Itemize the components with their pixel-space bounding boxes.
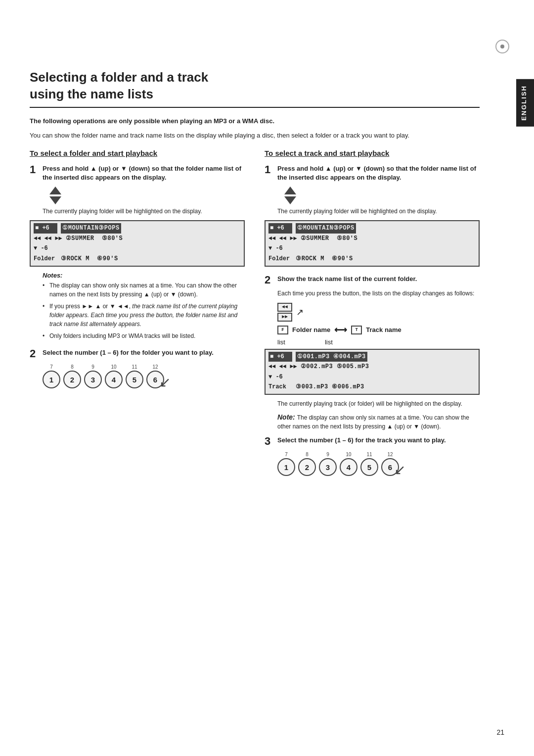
main-title: Selecting a folder and a track using the… [30, 69, 480, 108]
page-number: 21 [496, 728, 504, 736]
right-column: To select a track and start playback 1 P… [265, 149, 480, 481]
r2-display-row-1: ■ +6 ①001.mP3 ④004.mP3 [268, 352, 476, 362]
display-row-2: ◄◄ ◄◄ ►▶ ②SUMMER ⑤80'S [34, 234, 241, 243]
track-switch-arrow: ↗ [296, 307, 304, 318]
left-step2-header: 2 Select the number (1 – 6) for the fold… [30, 348, 245, 359]
intro-bold: The following operations are only possib… [30, 117, 480, 126]
right-num-label-row: 7 8 9 10 11 12 [277, 452, 480, 457]
r-num-btn-4[interactable]: 4 [340, 458, 357, 476]
r-num-btn-1[interactable]: 1 [277, 458, 295, 476]
display-row-3: ▼ -6 [34, 243, 241, 253]
r-num-btn-3[interactable]: 3 [319, 458, 337, 476]
r-display-row-2: ◄◄ ◄◄ ►▶ ②SUMMER ⑤80'S [268, 234, 476, 243]
right-note3: Note: The display can show only six name… [277, 413, 480, 431]
num-btn-3[interactable]: 3 [84, 371, 102, 388]
r2-display-row-2: ◄◄ ◄◄ ►▶ ②002.mP3 ⑤005.mP3 [268, 362, 476, 372]
right-section-heading: To select a track and start playback [265, 149, 480, 157]
english-tab: ENGLISH [516, 79, 534, 127]
left-step1-subnote: The currently playing folder will be hig… [43, 207, 245, 216]
page-container: ENGLISH Selecting a folder and a track u… [0, 0, 534, 756]
right-step2-text: Show the track name list of the current … [277, 275, 417, 284]
right-step2-subnote: Each time you press the button, the list… [277, 289, 480, 298]
left-num-label-row: 7 8 9 10 11 12 [43, 364, 245, 370]
left-arrow-icons [49, 187, 245, 204]
right-num-buttons: 7 8 9 10 11 12 1 2 3 4 5 [277, 452, 480, 476]
right-display2: ■ +6 ①001.mP3 ④004.mP3 ◄◄ ◄◄ ►▶ ②002.mP3… [265, 349, 480, 395]
left-step1-number: 1 [30, 164, 39, 175]
up-arrow-icon-right [284, 187, 296, 194]
right-step1-number: 1 [265, 164, 273, 175]
left-column: To select a folder and start playback 1 … [30, 149, 245, 481]
list-labels: list list [277, 338, 480, 346]
note-item-2: If you press ►► ▲ or ▼ ◄◄, the track nam… [43, 302, 245, 329]
track-icon: T [351, 326, 362, 334]
r-num-btn-5[interactable]: 5 [360, 458, 378, 476]
r-num-btn-2[interactable]: 2 [298, 458, 316, 476]
intro-body: You can show the folder name and track n… [30, 131, 480, 141]
right-step2-number: 2 [265, 275, 273, 285]
r2-display-row-4: Track ③003.mP3 ⑥006.mP3 [268, 382, 476, 392]
right-note2: The currently playing track (or folder) … [277, 400, 480, 408]
left-step1-text: Press and hold ▲ (up) or ▼ (down) so tha… [43, 164, 245, 182]
num-btn-2[interactable]: 2 [63, 371, 81, 388]
left-num-buttons-row: 1 2 3 4 5 6 [43, 371, 164, 388]
right-step1-header: 1 Press and hold ▲ (up) or ▼ (down) so t… [265, 164, 480, 182]
right-arrow-icons [284, 187, 480, 204]
r-display-row-3: ▼ -6 [268, 243, 476, 253]
content-area: Selecting a folder and a track using the… [0, 30, 509, 511]
r-display-row-1: ■ +6 ①MOUNTAIN③POPS [268, 223, 476, 233]
left-section-heading: To select a folder and start playback [30, 149, 245, 157]
display-row-4: Folder ③ROCK M ⑥90'S [34, 254, 241, 264]
right-display1: ■ +6 ①MOUNTAIN③POPS ◄◄ ◄◄ ►▶ ②SUMMER ⑤80… [265, 220, 480, 267]
cursor-arrow-left: ↙ [159, 374, 171, 390]
display-row-1: ■ +6 ①MOUNTAIN③POPS [34, 223, 241, 233]
r2-display-row-3: ▼ -6 [268, 372, 476, 382]
cursor-arrow-right: ↙ [394, 462, 405, 478]
right-step1-subnote: The currently playing folder will be hig… [277, 207, 480, 216]
note-item-3: Only folders including MP3 or WMA tracks… [43, 331, 245, 340]
num-btn-5[interactable]: 5 [126, 371, 143, 388]
right-step2: 2 Show the track name list of the curren… [265, 275, 480, 346]
left-num-buttons: 7 8 9 10 11 12 1 2 3 4 5 [43, 364, 245, 388]
left-step1-header: 1 Press and hold ▲ (up) or ▼ (down) so t… [30, 164, 245, 182]
switch-arrow: ⟷ [334, 325, 347, 335]
num-btn-1[interactable]: 1 [43, 371, 60, 388]
left-step2-text: Select the number (1 – 6) for the folder… [43, 348, 214, 357]
right-step2-header: 2 Show the track name list of the curren… [265, 275, 480, 285]
left-notes: Notes: The display can show only six nam… [43, 272, 245, 340]
right-step3-text: Select the number (1 – 6) for the track … [277, 436, 446, 445]
r-display-row-4: Folder ③ROCK M ⑥90'S [268, 254, 476, 264]
note-item-1: The display can show only six names at a… [43, 281, 245, 299]
folder-icon: F [277, 326, 288, 334]
num-btn-4[interactable]: 4 [105, 371, 123, 388]
left-step2-number: 2 [30, 348, 39, 359]
up-arrow-icon [49, 187, 61, 194]
folder-track-switch-label: F Folder name ⟷ T Track name [277, 325, 480, 335]
down-arrow-icon-right [284, 196, 296, 204]
track-switch-icon: ◄◄ ►► ↗ [277, 303, 480, 322]
notes-title: Notes: [43, 272, 245, 279]
two-col-layout: To select a folder and start playback 1 … [30, 149, 480, 481]
left-display1: ■ +6 ①MOUNTAIN③POPS ◄◄ ◄◄ ►▶ ②SUMMER ⑤80… [30, 220, 245, 267]
down-arrow-icon [49, 196, 61, 204]
right-step3-number: 3 [265, 436, 273, 447]
deco-circle [495, 40, 509, 53]
right-num-buttons-row: 1 2 3 4 5 6 [277, 458, 399, 476]
right-step3-header: 3 Select the number (1 – 6) for the trac… [265, 436, 480, 447]
right-step1-text: Press and hold ▲ (up) or ▼ (down) so tha… [277, 164, 480, 182]
